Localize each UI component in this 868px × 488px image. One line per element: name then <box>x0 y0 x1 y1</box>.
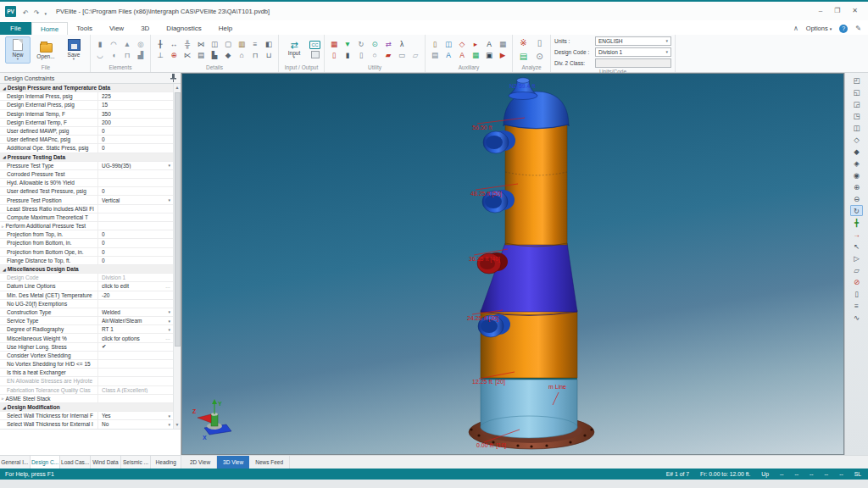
section-pressure-testing-data[interactable]: ◢Pressure Testing Data <box>0 153 173 162</box>
design-code-select[interactable]: Division 1▾ <box>595 47 671 57</box>
prop-user-defined-mawp-psig[interactable]: User defined MAWP, psig0 <box>0 127 173 136</box>
menu-tab-view[interactable]: View <box>101 22 132 35</box>
fill-color-icon[interactable]: ▼ <box>342 39 353 49</box>
select-icon[interactable]: ↖ <box>850 241 863 252</box>
rotate-z-icon[interactable]: ◈ <box>850 158 863 169</box>
rotate-y-icon[interactable]: ◆ <box>850 146 863 157</box>
access-icon[interactable]: A <box>456 50 468 60</box>
shell-tool-icon[interactable]: ▯ <box>355 50 367 60</box>
free-rotate-icon[interactable]: ◉ <box>850 169 863 180</box>
calculator-icon[interactable]: ▣ <box>483 50 495 60</box>
prop-design-internal-temp-f[interactable]: Design Internal Temp, F350 <box>0 110 173 119</box>
select-element-icon[interactable]: ▷ <box>850 252 863 263</box>
menu-tab-help[interactable]: Help <box>210 22 241 35</box>
prop-asme-steel-stack[interactable]: ▹ASME Steel Stack <box>0 395 173 403</box>
input-button[interactable]: ⇄Input▾ <box>282 40 306 59</box>
share-icon[interactable]: ⇄ <box>382 39 394 49</box>
curve-icon[interactable]: ∿ <box>850 312 863 323</box>
section-miscellaneous-design-data[interactable]: ◢Miscellaneous Design Data <box>0 265 173 274</box>
input-tab-seismic[interactable]: Seismic ... <box>121 456 152 469</box>
view-back-icon[interactable]: ◫ <box>850 122 863 133</box>
prop-projection-from-top-in[interactable]: Projection from Top, in.0 <box>0 230 173 239</box>
prop-flange-distance-to-top-ft[interactable]: Flange Distance to Top, ft.0 <box>0 257 173 265</box>
prop-pressure-test-position[interactable]: Pressure Test PositionVertical▾ <box>0 196 173 204</box>
tray-icon[interactable]: ▥ <box>236 39 248 49</box>
menu-tab-3d[interactable]: 3D <box>132 22 158 35</box>
elliptical-head-icon[interactable]: ◠ <box>108 39 120 49</box>
lining-icon[interactable]: ◫ <box>209 39 220 49</box>
review-icon[interactable]: ⊙ <box>532 50 547 63</box>
3d-viewport[interactable]: Y Z X N2 59.4 ft56.50 ft48.25 ft [50]36.… <box>181 73 844 455</box>
ring-tool-icon[interactable]: ○ <box>369 50 381 60</box>
feedback-icon[interactable]: ✎ <box>855 25 861 32</box>
force-load-icon[interactable]: ⊕ <box>168 50 180 60</box>
prop-projection-from-bottom-ope-in[interactable]: Projection from Bottom Ope, in.0 <box>0 248 173 257</box>
rotate-x-icon[interactable]: ◇ <box>850 134 863 145</box>
stack-icon[interactable]: ▟ <box>135 50 147 60</box>
lambda-icon[interactable]: λ <box>396 39 408 49</box>
nozzle-icon[interactable]: ╂ <box>154 39 166 49</box>
restore-button[interactable]: ❐ <box>834 8 840 14</box>
menu-tab-home[interactable]: Home <box>31 22 68 35</box>
prop-en-allowable-stresses-are-hydrote[interactable]: EN Allowable Stresses are Hydrote <box>0 377 173 385</box>
saddle-icon[interactable]: ⋈ <box>195 39 207 49</box>
prop-is-this-a-heat-exchanger[interactable]: Is this a heat Exchanger <box>0 369 173 377</box>
dished-head-icon[interactable]: ◡ <box>94 50 106 60</box>
error-check-icon[interactable]: ▤ <box>516 50 531 63</box>
hand-calc-icon[interactable]: ◇ <box>456 39 468 49</box>
prop-design-internal-press-psig[interactable]: Design Internal Press, psig225 <box>0 92 173 101</box>
open-button[interactable]: Open... <box>33 38 58 62</box>
units-select[interactable]: ENGLISH▾ <box>595 36 671 46</box>
prop-min-des-metal-cet-temperature[interactable]: Min. Des Metal (CET) Temperature-20 <box>0 291 173 300</box>
options-menu[interactable]: Options ▾ <box>806 25 832 32</box>
prop-corroded-pressure-test[interactable]: Corroded Pressure Test <box>0 170 173 179</box>
prop-hyd-allowable-is-90-yield[interactable]: Hyd. Allowable is 90% Yield <box>0 179 173 187</box>
truck-icon[interactable]: ▭ <box>396 50 408 60</box>
skirt-support-icon[interactable]: ⊓ <box>121 50 133 60</box>
codecalc-button[interactable]: CC <box>309 41 320 49</box>
report-view-icon[interactable]: ▯ <box>850 288 863 299</box>
prop-design-external-temp-f[interactable]: Design External Temp, F200 <box>0 119 173 127</box>
undo-icon[interactable]: ↶ <box>23 9 29 17</box>
trailer-icon[interactable]: ▱ <box>409 50 421 60</box>
delete-icon[interactable]: ▯ <box>328 50 340 60</box>
prop-user-defined-test-pressure-psig[interactable]: User defined Test Pressure, psig0 <box>0 187 173 196</box>
clip-icon[interactable]: ◧ <box>263 39 275 49</box>
analyze-icon[interactable]: ※ <box>516 36 531 49</box>
stiffening-ring-icon[interactable]: ╬ <box>181 39 193 49</box>
clip-plane-icon[interactable]: ▱ <box>850 264 863 275</box>
repair-icon[interactable]: ▰ <box>382 50 394 60</box>
panel-scrollbar[interactable]: ▲ ▼ <box>173 84 181 429</box>
new-report-icon[interactable]: ▯ <box>532 36 547 49</box>
prop-perform-additional-pressure-test[interactable]: ▹Perform Additional Pressure Test <box>0 222 173 230</box>
local-forces-icon[interactable]: ▦ <box>328 39 340 49</box>
leg-support-icon[interactable]: ⋉ <box>181 50 193 60</box>
view-iso-icon[interactable]: ◰ <box>850 75 863 86</box>
view-front-icon[interactable]: ◱ <box>850 86 863 97</box>
input-tab-design-c[interactable]: Design C... <box>31 456 61 469</box>
section-design-modification[interactable]: ◢Design Modification <box>0 403 173 412</box>
insulation-icon[interactable]: ▢ <box>222 39 234 49</box>
base-support-icon[interactable]: ⊓ <box>249 50 261 60</box>
prop-least-stress-ratio-includes-ansi-fl[interactable]: Least Stress Ratio includes ANSI Fl <box>0 205 173 214</box>
cylinder-shell-icon[interactable]: ▮ <box>94 39 106 49</box>
input-tab-wind-data[interactable]: Wind Data <box>91 456 121 469</box>
prop-select-wall-thickness-for-internal-f[interactable]: Select Wall Thickness for Internal FYes▾ <box>0 412 173 420</box>
new-button[interactable]: New▾ <box>5 36 31 64</box>
input-tab-general-i[interactable]: General I... <box>0 456 31 469</box>
redo-icon[interactable]: ↷ <box>34 9 40 17</box>
prop-additional-ope-static-press-psig[interactable]: Additional Ope. Static Press, psig0 <box>0 144 173 152</box>
collapse-ribbon-icon[interactable]: ∧ <box>793 25 798 32</box>
walk-icon[interactable]: → <box>850 229 863 240</box>
prop-miscellaneous-weight[interactable]: Miscellaneous Weight %click for options… <box>0 334 173 342</box>
menu-tab-tools[interactable]: Tools <box>68 22 101 35</box>
basering-icon[interactable]: ⊥ <box>154 50 166 60</box>
prop-select-wall-thickness-for-external-i[interactable]: Select Wall Thickness for External INo▾ <box>0 420 173 429</box>
weight-icon[interactable]: ◆ <box>222 50 234 60</box>
conical-section-icon[interactable]: ▲ <box>121 39 133 49</box>
minimize-button[interactable]: – <box>819 8 822 14</box>
view-tab-news-feed[interactable]: News Feed <box>249 456 290 469</box>
prop-compute-maximum-theoretical-t[interactable]: Compute Maximum Theoretical T <box>0 214 173 222</box>
output-view-button[interactable] <box>311 51 320 58</box>
prop-datum-line-options[interactable]: Datum Line Optionsclick to edit… <box>0 282 173 291</box>
